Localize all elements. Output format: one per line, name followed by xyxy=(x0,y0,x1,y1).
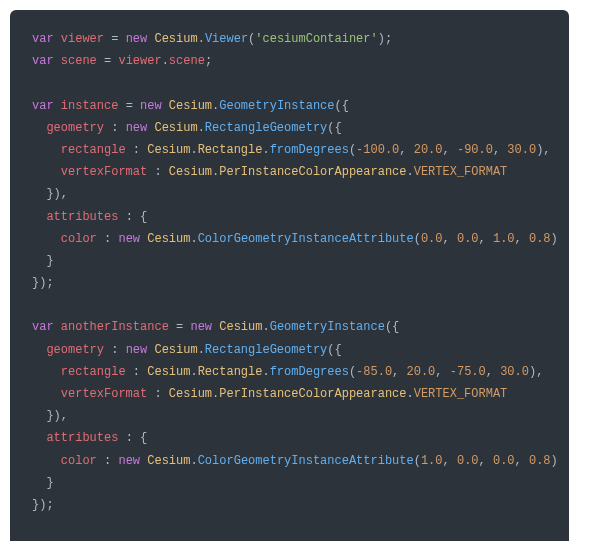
number: -75.0 xyxy=(450,365,486,379)
class-cesium: Cesium xyxy=(147,232,190,246)
punct: , xyxy=(486,365,500,379)
identifier-scene: scene xyxy=(61,54,97,68)
punct: . xyxy=(190,143,197,157)
code-block: var viewer = new Cesium.Viewer('cesiumCo… xyxy=(10,10,569,541)
class-cesium: Cesium xyxy=(169,387,212,401)
class-cesium: Cesium xyxy=(154,32,197,46)
punct: }), xyxy=(46,187,68,201)
punct: ( xyxy=(349,143,356,157)
punct: , xyxy=(435,365,449,379)
identifier-another-instance: anotherInstance xyxy=(61,320,169,334)
prop-vertex-format: vertexFormat xyxy=(61,165,147,179)
identifier-viewer: viewer xyxy=(118,54,161,68)
prop-attributes: attributes xyxy=(46,431,118,445)
punct: ({ xyxy=(385,320,399,334)
identifier-instance: instance xyxy=(61,99,119,113)
punct: : xyxy=(154,387,161,401)
punct: . xyxy=(262,320,269,334)
punct: : xyxy=(133,143,140,157)
punct: ({ xyxy=(327,343,341,357)
punct: : xyxy=(154,165,161,179)
punct: ( xyxy=(349,365,356,379)
keyword-new: new xyxy=(126,343,148,357)
punct: . xyxy=(162,54,169,68)
identifier-viewer: viewer xyxy=(61,32,104,46)
prop-color: color xyxy=(61,454,97,468)
const-vertex-format: VERTEX_FORMAT xyxy=(414,165,508,179)
number: 20.0 xyxy=(407,365,436,379)
punct: . xyxy=(262,143,269,157)
keyword-var: var xyxy=(32,54,54,68)
keyword-new: new xyxy=(118,232,140,246)
punct: , xyxy=(392,365,406,379)
class-appearance: PerInstanceColorAppearance xyxy=(219,165,406,179)
class-rectangle-geometry: RectangleGeometry xyxy=(205,121,327,135)
punct: : xyxy=(111,343,118,357)
punct: , xyxy=(479,232,493,246)
punct: } xyxy=(46,254,53,268)
number: 0.8 xyxy=(529,232,551,246)
operator: = xyxy=(126,99,133,113)
keyword-new: new xyxy=(140,99,162,113)
punct: ) xyxy=(551,232,558,246)
class-geometry-instance: GeometryInstance xyxy=(219,99,334,113)
prop-geometry: geometry xyxy=(46,343,104,357)
punct: ), xyxy=(529,365,543,379)
fn-from-degrees: fromDegrees xyxy=(270,143,349,157)
number: 20.0 xyxy=(414,143,443,157)
punct: , xyxy=(399,143,413,157)
punct: ), xyxy=(536,143,550,157)
keyword-new: new xyxy=(190,320,212,334)
punct: , xyxy=(443,454,457,468)
class-cesium: Cesium xyxy=(147,143,190,157)
punct: . xyxy=(190,365,197,379)
punct: }); xyxy=(32,276,54,290)
prop-color: color xyxy=(61,232,97,246)
punct: , xyxy=(515,232,529,246)
keyword-var: var xyxy=(32,99,54,113)
punct: . xyxy=(262,365,269,379)
punct: }); xyxy=(32,498,54,512)
prop-rectangle: rectangle xyxy=(61,365,126,379)
punct: : { xyxy=(126,431,148,445)
class-cesium: Cesium xyxy=(154,121,197,135)
punct: }), xyxy=(46,409,68,423)
class-color-attr: ColorGeometryInstanceAttribute xyxy=(198,232,414,246)
prop-vertex-format: vertexFormat xyxy=(61,387,147,401)
punct: . xyxy=(190,232,197,246)
class-cesium: Cesium xyxy=(147,365,190,379)
punct: . xyxy=(198,32,205,46)
punct: : xyxy=(104,232,111,246)
number: -90.0 xyxy=(457,143,493,157)
number: 0.0 xyxy=(457,232,479,246)
keyword-new: new xyxy=(126,121,148,135)
class-cesium: Cesium xyxy=(169,99,212,113)
punct: . xyxy=(198,343,205,357)
punct: , xyxy=(443,232,457,246)
punct: , xyxy=(443,143,457,157)
number: 1.0 xyxy=(493,232,515,246)
punct: , xyxy=(515,454,529,468)
prop-scene: scene xyxy=(169,54,205,68)
prop-attributes: attributes xyxy=(46,210,118,224)
punct: ({ xyxy=(327,121,341,135)
class-geometry-instance: GeometryInstance xyxy=(270,320,385,334)
class-viewer: Viewer xyxy=(205,32,248,46)
punct: ( xyxy=(414,454,421,468)
punct: . xyxy=(407,387,414,401)
punct: : { xyxy=(126,210,148,224)
operator: = xyxy=(111,32,118,46)
class-cesium: Cesium xyxy=(147,454,190,468)
punct: ) xyxy=(551,454,558,468)
punct: : xyxy=(133,365,140,379)
number: 0.0 xyxy=(457,454,479,468)
keyword-var: var xyxy=(32,320,54,334)
class-appearance: PerInstanceColorAppearance xyxy=(219,387,406,401)
operator: = xyxy=(104,54,111,68)
class-rectangle: Rectangle xyxy=(198,365,263,379)
prop-rectangle: rectangle xyxy=(61,143,126,157)
number: 1.0 xyxy=(421,454,443,468)
number: -100.0 xyxy=(356,143,399,157)
number: 0.8 xyxy=(529,454,551,468)
punct: : xyxy=(111,121,118,135)
